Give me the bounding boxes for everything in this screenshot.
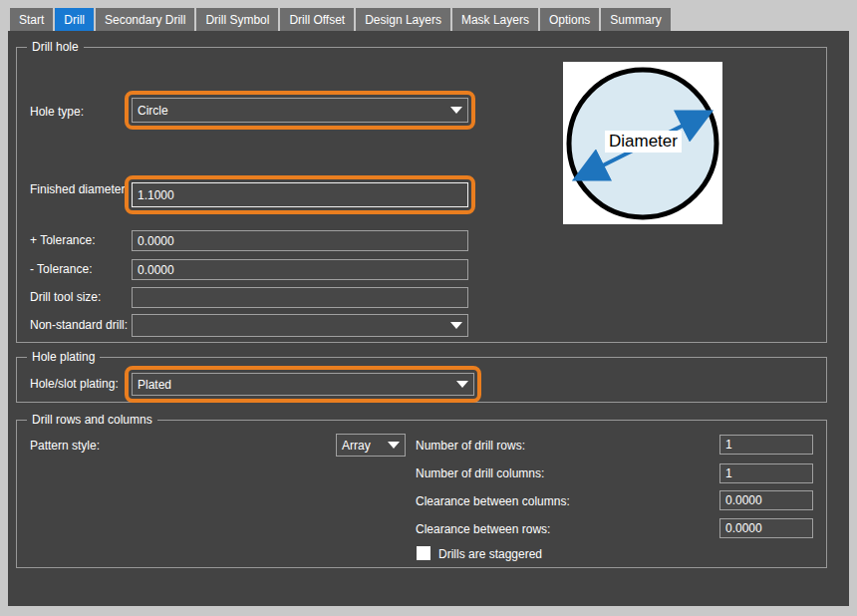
minus-tolerance-label: - Tolerance: xyxy=(30,262,92,276)
pattern-style-dropdown-value: Array xyxy=(342,439,371,453)
chevron-down-icon xyxy=(450,107,462,114)
chevron-down-icon xyxy=(450,322,462,329)
tab-bar: Start Drill Secondary Drill Drill Symbol… xyxy=(10,8,671,31)
drill-tab-panel: Drill hole Hole plating Drill rows and c… xyxy=(8,31,849,606)
hole-slot-plating-dropdown[interactable]: Plated xyxy=(132,373,474,396)
clearance-between-columns-input[interactable] xyxy=(719,490,813,510)
drills-staggered-checkbox[interactable] xyxy=(417,546,430,560)
non-standard-drill-dropdown[interactable] xyxy=(132,314,468,337)
finished-diameter-input[interactable] xyxy=(132,182,468,207)
hole-type-dropdown-value: Circle xyxy=(138,104,168,118)
drill-tool-size-input[interactable] xyxy=(132,287,468,308)
plus-tolerance-label: + Tolerance: xyxy=(30,233,96,247)
clearance-between-columns-label: Clearance between columns: xyxy=(416,494,570,508)
chevron-down-icon xyxy=(388,442,400,449)
tab-design-layers[interactable]: Design Layers xyxy=(356,8,450,31)
pattern-style-dropdown[interactable]: Array xyxy=(336,434,406,457)
hole-slot-plating-label: Hole/slot plating: xyxy=(30,377,119,391)
plus-tolerance-input[interactable] xyxy=(132,230,468,251)
drill-tool-size-label: Drill tool size: xyxy=(30,290,101,304)
tab-drill-offset[interactable]: Drill Offset xyxy=(280,8,354,31)
clearance-between-rows-label: Clearance between rows: xyxy=(416,522,550,536)
hole-type-label: Hole type: xyxy=(30,105,84,119)
finished-diameter-label: Finished diameter: xyxy=(30,182,129,196)
tab-start[interactable]: Start xyxy=(10,8,53,31)
hole-plating-group-title: Hole plating xyxy=(27,350,100,364)
number-of-drill-columns-label: Number of drill columns: xyxy=(416,466,544,480)
tab-drill-symbol[interactable]: Drill Symbol xyxy=(196,8,278,31)
tab-mask-layers[interactable]: Mask Layers xyxy=(452,8,538,31)
non-standard-drill-label: Non-standard drill: xyxy=(30,318,128,332)
clearance-between-rows-input[interactable] xyxy=(719,518,813,538)
chevron-down-icon xyxy=(456,381,468,388)
hole-type-dropdown[interactable]: Circle xyxy=(132,98,468,123)
hole-slot-plating-dropdown-value: Plated xyxy=(138,378,171,392)
minus-tolerance-input[interactable] xyxy=(132,259,468,280)
tab-summary[interactable]: Summary xyxy=(601,8,670,31)
hole-slot-plating-highlight-ring: Plated xyxy=(125,366,481,403)
drills-staggered-label: Drills are staggered xyxy=(438,547,542,561)
finished-diameter-highlight-ring xyxy=(125,175,475,214)
diameter-diagram: Diameter xyxy=(563,62,722,224)
pattern-style-label: Pattern style: xyxy=(30,439,100,453)
diameter-caption: Diameter xyxy=(605,131,682,153)
tab-secondary-drill[interactable]: Secondary Drill xyxy=(96,8,194,31)
tab-options[interactable]: Options xyxy=(540,8,599,31)
drill-rows-columns-group-title: Drill rows and columns xyxy=(27,413,157,427)
number-of-drill-rows-label: Number of drill rows: xyxy=(416,439,525,453)
tab-drill[interactable]: Drill xyxy=(55,8,94,31)
hole-type-highlight-ring: Circle xyxy=(125,91,475,130)
number-of-drill-rows-input[interactable] xyxy=(719,435,813,455)
drill-hole-group-title: Drill hole xyxy=(27,40,84,54)
number-of-drill-columns-input[interactable] xyxy=(719,463,813,483)
